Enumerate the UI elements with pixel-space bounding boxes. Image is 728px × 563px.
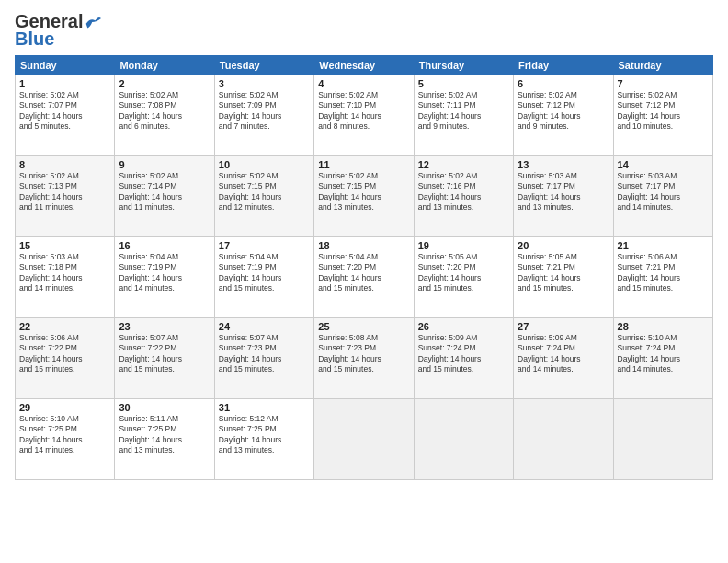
day-number: 8	[19, 159, 110, 170]
day-info: Sunrise: 5:09 AMSunset: 7:24 PMDaylight:…	[518, 333, 609, 375]
day-number: 26	[418, 321, 509, 332]
calendar-cell: 23Sunrise: 5:07 AMSunset: 7:22 PMDayligh…	[115, 318, 214, 399]
day-info: Sunrise: 5:09 AMSunset: 7:24 PMDaylight:…	[418, 333, 509, 375]
day-info: Sunrise: 5:06 AMSunset: 7:22 PMDaylight:…	[19, 333, 110, 375]
day-number: 2	[119, 78, 210, 89]
day-number: 15	[19, 240, 110, 251]
calendar-cell: 6Sunrise: 5:02 AMSunset: 7:12 PMDaylight…	[514, 75, 613, 156]
day-number: 18	[318, 240, 409, 251]
calendar-table: SundayMondayTuesdayWednesdayThursdayFrid…	[15, 55, 713, 480]
day-info: Sunrise: 5:02 AMSunset: 7:09 PMDaylight:…	[219, 90, 310, 132]
day-number: 5	[418, 78, 509, 89]
day-number: 25	[318, 321, 409, 332]
day-info: Sunrise: 5:08 AMSunset: 7:23 PMDaylight:…	[318, 333, 409, 375]
day-number: 30	[119, 402, 210, 413]
day-info: Sunrise: 5:04 AMSunset: 7:19 PMDaylight:…	[219, 252, 310, 294]
day-info: Sunrise: 5:02 AMSunset: 7:15 PMDaylight:…	[219, 171, 310, 213]
day-number: 9	[119, 159, 210, 170]
day-number: 4	[318, 78, 409, 89]
calendar-cell: 13Sunrise: 5:03 AMSunset: 7:17 PMDayligh…	[514, 156, 613, 237]
day-number: 7	[618, 78, 709, 89]
day-info: Sunrise: 5:03 AMSunset: 7:18 PMDaylight:…	[19, 252, 110, 294]
day-number: 17	[219, 240, 310, 251]
calendar-cell: 12Sunrise: 5:02 AMSunset: 7:16 PMDayligh…	[414, 156, 513, 237]
day-number: 28	[618, 321, 709, 332]
day-number: 24	[219, 321, 310, 332]
calendar-cell: 24Sunrise: 5:07 AMSunset: 7:23 PMDayligh…	[214, 318, 313, 399]
day-info: Sunrise: 5:05 AMSunset: 7:21 PMDaylight:…	[518, 252, 609, 294]
calendar-cell: 16Sunrise: 5:04 AMSunset: 7:19 PMDayligh…	[115, 237, 214, 318]
day-number: 29	[19, 402, 110, 413]
day-info: Sunrise: 5:02 AMSunset: 7:13 PMDaylight:…	[19, 171, 110, 213]
day-info: Sunrise: 5:04 AMSunset: 7:20 PMDaylight:…	[318, 252, 409, 294]
calendar-cell: 7Sunrise: 5:02 AMSunset: 7:12 PMDaylight…	[613, 75, 712, 156]
col-header-thursday: Thursday	[414, 56, 513, 75]
day-info: Sunrise: 5:02 AMSunset: 7:08 PMDaylight:…	[119, 90, 210, 132]
day-number: 20	[518, 240, 609, 251]
calendar-cell: 10Sunrise: 5:02 AMSunset: 7:15 PMDayligh…	[214, 156, 313, 237]
calendar-cell: 18Sunrise: 5:04 AMSunset: 7:20 PMDayligh…	[314, 237, 414, 318]
day-info: Sunrise: 5:12 AMSunset: 7:25 PMDaylight:…	[219, 414, 310, 456]
day-number: 13	[518, 159, 609, 170]
calendar-cell: 9Sunrise: 5:02 AMSunset: 7:14 PMDaylight…	[115, 156, 214, 237]
day-number: 31	[219, 402, 310, 413]
calendar-cell: 31Sunrise: 5:12 AMSunset: 7:25 PMDayligh…	[214, 399, 313, 480]
calendar-cell: 26Sunrise: 5:09 AMSunset: 7:24 PMDayligh…	[414, 318, 513, 399]
calendar-cell: 3Sunrise: 5:02 AMSunset: 7:09 PMDaylight…	[214, 75, 313, 156]
day-info: Sunrise: 5:05 AMSunset: 7:20 PMDaylight:…	[418, 252, 509, 294]
calendar-cell	[514, 399, 613, 480]
logo-bird-icon	[85, 16, 101, 29]
calendar-cell: 11Sunrise: 5:02 AMSunset: 7:15 PMDayligh…	[314, 156, 414, 237]
calendar-cell: 21Sunrise: 5:06 AMSunset: 7:21 PMDayligh…	[613, 237, 712, 318]
calendar-cell: 5Sunrise: 5:02 AMSunset: 7:11 PMDaylight…	[414, 75, 513, 156]
calendar-cell: 1Sunrise: 5:02 AMSunset: 7:07 PMDaylight…	[16, 75, 115, 156]
calendar-cell: 15Sunrise: 5:03 AMSunset: 7:18 PMDayligh…	[16, 237, 115, 318]
calendar-cell: 25Sunrise: 5:08 AMSunset: 7:23 PMDayligh…	[314, 318, 414, 399]
day-info: Sunrise: 5:02 AMSunset: 7:16 PMDaylight:…	[418, 171, 509, 213]
day-number: 10	[219, 159, 310, 170]
day-number: 1	[19, 78, 110, 89]
day-info: Sunrise: 5:03 AMSunset: 7:17 PMDaylight:…	[618, 171, 709, 213]
day-info: Sunrise: 5:07 AMSunset: 7:22 PMDaylight:…	[119, 333, 210, 375]
calendar-cell: 29Sunrise: 5:10 AMSunset: 7:25 PMDayligh…	[16, 399, 115, 480]
day-number: 19	[418, 240, 509, 251]
calendar-cell	[613, 399, 712, 480]
col-header-saturday: Saturday	[613, 56, 712, 75]
day-number: 6	[518, 78, 609, 89]
day-number: 3	[219, 78, 310, 89]
page-header: General Blue	[15, 11, 713, 50]
day-info: Sunrise: 5:02 AMSunset: 7:14 PMDaylight:…	[119, 171, 210, 213]
day-info: Sunrise: 5:11 AMSunset: 7:25 PMDaylight:…	[119, 414, 210, 456]
day-number: 27	[518, 321, 609, 332]
day-info: Sunrise: 5:04 AMSunset: 7:19 PMDaylight:…	[119, 252, 210, 294]
day-info: Sunrise: 5:02 AMSunset: 7:15 PMDaylight:…	[318, 171, 409, 213]
calendar-cell: 8Sunrise: 5:02 AMSunset: 7:13 PMDaylight…	[16, 156, 115, 237]
calendar-cell: 19Sunrise: 5:05 AMSunset: 7:20 PMDayligh…	[414, 237, 513, 318]
day-number: 22	[19, 321, 110, 332]
day-info: Sunrise: 5:07 AMSunset: 7:23 PMDaylight:…	[219, 333, 310, 375]
day-info: Sunrise: 5:06 AMSunset: 7:21 PMDaylight:…	[618, 252, 709, 294]
col-header-sunday: Sunday	[16, 56, 115, 75]
day-info: Sunrise: 5:02 AMSunset: 7:10 PMDaylight:…	[318, 90, 409, 132]
day-number: 23	[119, 321, 210, 332]
calendar-cell	[314, 399, 414, 480]
day-info: Sunrise: 5:10 AMSunset: 7:25 PMDaylight:…	[19, 414, 110, 456]
day-info: Sunrise: 5:03 AMSunset: 7:17 PMDaylight:…	[518, 171, 609, 213]
calendar-cell: 4Sunrise: 5:02 AMSunset: 7:10 PMDaylight…	[314, 75, 414, 156]
calendar-cell: 14Sunrise: 5:03 AMSunset: 7:17 PMDayligh…	[613, 156, 712, 237]
logo-blue: Blue	[15, 29, 54, 50]
calendar-cell: 30Sunrise: 5:11 AMSunset: 7:25 PMDayligh…	[115, 399, 214, 480]
day-info: Sunrise: 5:10 AMSunset: 7:24 PMDaylight:…	[618, 333, 709, 375]
col-header-wednesday: Wednesday	[314, 56, 414, 75]
calendar-cell: 22Sunrise: 5:06 AMSunset: 7:22 PMDayligh…	[16, 318, 115, 399]
col-header-monday: Monday	[115, 56, 214, 75]
col-header-tuesday: Tuesday	[214, 56, 313, 75]
logo: General Blue	[15, 11, 101, 50]
day-info: Sunrise: 5:02 AMSunset: 7:11 PMDaylight:…	[418, 90, 509, 132]
day-number: 14	[618, 159, 709, 170]
calendar-cell: 17Sunrise: 5:04 AMSunset: 7:19 PMDayligh…	[214, 237, 313, 318]
day-number: 11	[318, 159, 409, 170]
day-number: 21	[618, 240, 709, 251]
day-info: Sunrise: 5:02 AMSunset: 7:07 PMDaylight:…	[19, 90, 110, 132]
calendar-cell	[414, 399, 513, 480]
